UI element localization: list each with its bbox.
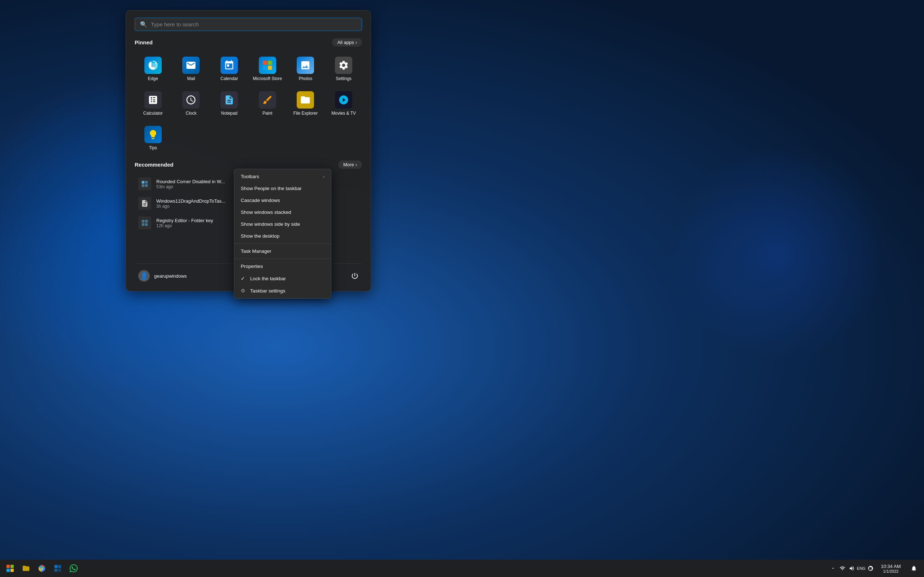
app-item-calculator[interactable]: Calculator bbox=[135, 87, 171, 120]
recommended-title: Recommended bbox=[135, 161, 174, 168]
all-apps-button[interactable]: All apps › bbox=[332, 38, 362, 47]
mail-icon bbox=[182, 56, 200, 74]
movies-label: Movies & TV bbox=[331, 111, 356, 116]
search-icon: 🔍 bbox=[140, 21, 147, 28]
settings-label: Settings bbox=[336, 76, 351, 81]
movies-icon bbox=[335, 91, 352, 108]
more-button[interactable]: More › bbox=[338, 161, 362, 169]
calendar-icon bbox=[221, 56, 238, 74]
calendar-label: Calendar bbox=[221, 76, 238, 81]
tips-label: Tips bbox=[149, 145, 157, 150]
store-label: Microsoft Store bbox=[253, 76, 282, 81]
rec-icon-0 bbox=[138, 177, 151, 190]
app-item-tips[interactable]: Tips bbox=[135, 121, 171, 155]
search-input[interactable]: Type here to search bbox=[151, 21, 357, 27]
ctx-label-taskbar-settings: Taskbar settings bbox=[250, 288, 286, 293]
ctx-item-sidebyside[interactable]: Show windows side by side bbox=[234, 218, 331, 230]
windows-logo bbox=[6, 565, 14, 572]
app-item-notepad[interactable]: Notepad bbox=[211, 87, 247, 120]
ctx-item-toolbars[interactable]: Toolbars › bbox=[234, 171, 331, 182]
calculator-icon bbox=[144, 91, 162, 108]
app-item-edge[interactable]: Edge bbox=[135, 52, 171, 85]
app-item-mail[interactable]: Mail bbox=[173, 52, 210, 85]
paint-icon bbox=[259, 91, 276, 108]
svg-rect-6 bbox=[55, 565, 57, 568]
clock-icon bbox=[182, 91, 200, 108]
user-area[interactable]: 👤 gearupwindows bbox=[135, 268, 190, 284]
ctx-label-task-manager: Task Manager bbox=[241, 248, 271, 254]
ctx-label-show-people: Show People on the taskbar bbox=[241, 186, 302, 191]
app-item-settings[interactable]: Settings bbox=[325, 52, 362, 85]
ctx-item-show-people[interactable]: Show People on the taskbar bbox=[234, 182, 331, 194]
app-item-clock[interactable]: Clock bbox=[173, 87, 210, 120]
taskbar-fileexplorer[interactable] bbox=[19, 561, 33, 575]
search-bar[interactable]: 🔍 Type here to search bbox=[135, 18, 362, 31]
system-tray: ENG bbox=[829, 564, 875, 573]
tips-icon bbox=[144, 126, 162, 143]
taskbar-left bbox=[3, 561, 81, 575]
clock-time: 10:34 AM bbox=[881, 564, 901, 569]
svg-rect-2 bbox=[263, 66, 267, 69]
notepad-icon bbox=[221, 91, 238, 108]
paint-label: Paint bbox=[262, 111, 272, 116]
ctx-divider-1 bbox=[234, 243, 331, 244]
ctx-item-properties[interactable]: Properties bbox=[234, 260, 331, 272]
ctx-item-lock-taskbar[interactable]: ✓ Lock the taskbar bbox=[234, 272, 331, 285]
fileexplorer-label: File Explorer bbox=[294, 111, 318, 116]
tray-settings[interactable] bbox=[866, 564, 875, 573]
photos-label: Photos bbox=[299, 76, 312, 81]
ctx-label-cascade: Cascade windows bbox=[241, 198, 280, 203]
taskbar-whatsapp[interactable] bbox=[66, 561, 81, 575]
bloom-decoration-2 bbox=[671, 144, 888, 361]
fileexplorer-icon bbox=[297, 91, 314, 108]
ctx-item-taskbar-settings[interactable]: ⚙ Taskbar settings bbox=[234, 285, 331, 297]
store-icon bbox=[259, 56, 276, 74]
notification-button[interactable] bbox=[907, 561, 921, 575]
ctx-divider-2 bbox=[234, 259, 331, 259]
app-item-calendar[interactable]: Calendar bbox=[211, 52, 247, 85]
app-item-paint[interactable]: Paint bbox=[249, 87, 286, 120]
ctx-label-stacked: Show windows stacked bbox=[241, 210, 291, 215]
taskbar-chrome[interactable] bbox=[35, 561, 49, 575]
user-name: gearupwindows bbox=[154, 273, 187, 279]
start-button[interactable] bbox=[3, 561, 17, 575]
ctx-item-cascade[interactable]: Cascade windows bbox=[234, 194, 331, 206]
ctx-label-properties: Properties bbox=[241, 264, 263, 269]
svg-rect-9 bbox=[58, 569, 61, 572]
pinned-header: Pinned All apps › bbox=[135, 38, 362, 47]
ctx-label-toolbars: Toolbars bbox=[241, 174, 259, 179]
svg-rect-7 bbox=[58, 565, 61, 568]
mail-label: Mail bbox=[187, 76, 195, 81]
tray-network[interactable] bbox=[838, 564, 847, 573]
ctx-label-lock-taskbar: Lock the taskbar bbox=[250, 276, 286, 281]
ctx-item-task-manager[interactable]: Task Manager bbox=[234, 245, 331, 257]
app-item-store[interactable]: Microsoft Store bbox=[249, 52, 286, 85]
taskbar-explorer-patcher[interactable] bbox=[50, 561, 65, 575]
ctx-gear-settings: ⚙ bbox=[241, 288, 247, 293]
ctx-label-show-desktop: Show the desktop bbox=[241, 233, 279, 239]
app-item-photos[interactable]: Photos bbox=[287, 52, 324, 85]
tray-chevron[interactable] bbox=[829, 564, 837, 573]
ctx-check-lock: ✓ bbox=[241, 276, 247, 281]
settings-icon bbox=[335, 56, 352, 74]
app-item-movies[interactable]: Movies & TV bbox=[325, 87, 362, 120]
svg-rect-1 bbox=[268, 61, 272, 65]
taskbar: ENG 10:34 AM 1/1/2022 bbox=[0, 560, 924, 577]
ctx-arrow-toolbars: › bbox=[323, 174, 325, 179]
ctx-item-show-desktop[interactable]: Show the desktop bbox=[234, 230, 331, 242]
edge-icon bbox=[144, 56, 162, 74]
tray-keyboard[interactable]: ENG bbox=[857, 564, 866, 573]
power-button[interactable] bbox=[347, 269, 362, 283]
ctx-label-sidebyside: Show windows side by side bbox=[241, 221, 300, 227]
pinned-title: Pinned bbox=[135, 39, 153, 45]
ctx-item-stacked[interactable]: Show windows stacked bbox=[234, 206, 331, 218]
svg-rect-3 bbox=[268, 66, 272, 69]
clock-date: 1/1/2022 bbox=[883, 569, 899, 574]
app-item-fileexplorer[interactable]: File Explorer bbox=[287, 87, 324, 120]
rec-icon-1 bbox=[138, 197, 151, 210]
notepad-label: Notepad bbox=[221, 111, 237, 116]
taskbar-right: ENG 10:34 AM 1/1/2022 bbox=[829, 561, 921, 575]
tray-volume[interactable] bbox=[848, 564, 856, 573]
svg-rect-0 bbox=[263, 61, 267, 65]
clock-area[interactable]: 10:34 AM 1/1/2022 bbox=[876, 564, 905, 574]
